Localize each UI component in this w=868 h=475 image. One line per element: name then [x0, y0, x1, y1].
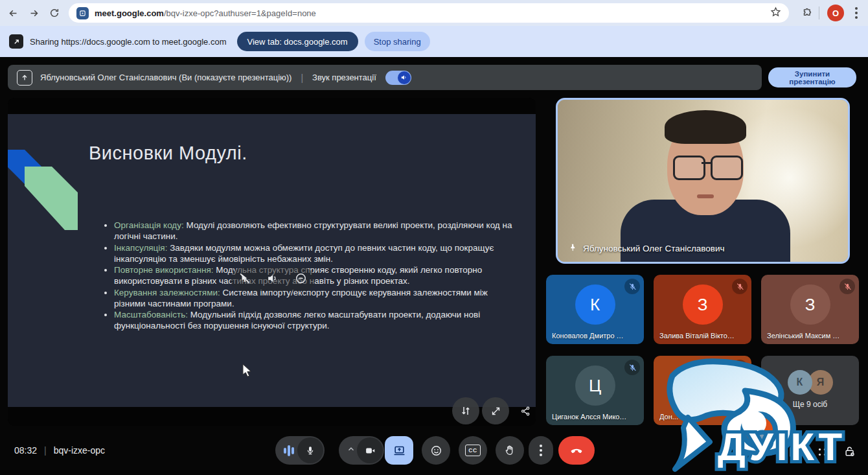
swap-presentation-icon[interactable] [452, 397, 479, 424]
pointer-off-icon[interactable] [238, 272, 251, 287]
mic-off-icon [732, 360, 748, 375]
url-domain: meet.google.com [95, 8, 164, 18]
participant-name: Залива Віталій Вікторо... [659, 332, 735, 340]
presenting-icon [17, 70, 32, 86]
microphone-button[interactable] [275, 436, 325, 465]
mic-icon [297, 437, 323, 463]
meet-bottom-bar: 08:32 | bqv-izxe-opc [0, 431, 868, 475]
header-divider: | [301, 73, 303, 83]
sharing-message: Sharing https://docs.google.com to meet.… [30, 37, 227, 47]
google-meet-window: meet.google.com/bqv-izxe-opc?authuser=1&… [0, 0, 868, 475]
meeting-code: bqv-izxe-opc [54, 445, 105, 456]
present-screen-button[interactable] [385, 436, 413, 465]
participant-name: Коновалов Дмитро Ол... [552, 332, 627, 340]
presenter-hair [665, 110, 746, 144]
mouse-cursor [242, 364, 252, 380]
presentation-audio-toggle[interactable] [385, 71, 411, 85]
mic-off-icon [624, 360, 640, 375]
pin-icon [568, 243, 577, 254]
avatar: Ц [575, 365, 615, 406]
profile-avatar[interactable]: О [827, 5, 844, 21]
avatar: К [575, 284, 615, 325]
url-path: /bqv-izxe-opc?authuser=1&pageId=none [164, 8, 316, 18]
tab-sharing-icon [76, 7, 89, 19]
glasses-right-lens [711, 156, 743, 180]
meet-stage: Яблуновський Олег Станіславович (Ви (пок… [0, 57, 868, 475]
fullscreen-icon[interactable] [482, 397, 509, 424]
slide-bullet: Масштабованість: Модульний підхід дозвол… [114, 309, 521, 331]
slide-bullet: Організація коду: Модулі дозволяють ефек… [114, 220, 521, 242]
raise-hand-button[interactable] [496, 436, 524, 465]
spotlight-video-tile[interactable]: Яблуновський Олег Станіславович [556, 98, 850, 264]
screen-share-icon [9, 34, 23, 49]
presentation-hover-controls [231, 268, 315, 291]
participant-tile[interactable]: Дон... [654, 356, 751, 425]
more-participants-tile[interactable]: К Я Ще 9 осіб [761, 356, 859, 425]
participant-tile[interactable]: К Коновалов Дмитро Ол... [546, 275, 644, 344]
tab-sharing-infobar: Sharing https://docs.google.com to meet.… [0, 26, 868, 57]
mic-off-icon [839, 279, 855, 294]
activities-icon[interactable] [813, 443, 831, 461]
clock-time: 08:32 [14, 445, 37, 456]
audio-activity-icon [284, 444, 294, 457]
captions-icon: CC [465, 445, 481, 456]
presentation-header: Яблуновський Олег Станіславович (Ви (пок… [8, 65, 762, 90]
shared-presentation[interactable]: Висновки Модулі. Організація коду: Модул… [8, 98, 536, 426]
meeting-details-icon[interactable] [729, 443, 748, 461]
browser-toolbar: meet.google.com/bqv-izxe-opc?authuser=1&… [0, 0, 868, 26]
back-icon[interactable] [4, 4, 22, 22]
participant-tile[interactable]: З Залива Віталій Вікторо... [654, 275, 751, 344]
slide-bullet: Інкапсуляція: Завдяки модулям можна обме… [114, 242, 521, 264]
camera-icon [357, 437, 383, 463]
presentation-audio-label: Звук презентації [312, 73, 376, 82]
more-options-button[interactable] [529, 436, 553, 465]
presenter-info-label: Яблуновський Олег Станіславович (Ви (пок… [40, 73, 291, 82]
toolbar-divider [819, 6, 819, 19]
stop-sharing-button[interactable]: Stop sharing [365, 32, 430, 51]
stop-presenting-button[interactable]: Зупинити презентацію [768, 67, 856, 87]
spotlight-name: Яблуновський Олег Станіславович [583, 244, 725, 253]
mic-off-icon [624, 279, 640, 294]
glasses-left-lens [673, 156, 705, 180]
spotlight-name-bar: Яблуновський Олег Станіславович [568, 243, 725, 254]
participant-name: Дон... [659, 413, 735, 421]
participant-tile[interactable]: Ц Циганок Алєся Микол... [546, 356, 644, 425]
extensions-icon[interactable] [798, 4, 816, 22]
speaker-icon [398, 71, 411, 84]
participant-tile[interactable]: З Зелінський Максим Се... [761, 275, 859, 344]
chat-icon[interactable] [785, 443, 803, 461]
participant-name: Зелінський Максим Се... [767, 332, 842, 340]
reactions-button[interactable] [422, 436, 450, 465]
view-tab-button[interactable]: View tab: docs.google.com [237, 32, 358, 51]
more-participants-label: Ще 9 осіб [761, 400, 859, 409]
avatar: К [788, 370, 812, 395]
avatar [683, 365, 723, 406]
slide-bullet: Керування залежностями: Система імпорту/… [114, 287, 521, 309]
share-icon[interactable] [512, 397, 536, 424]
avatar: З [683, 284, 723, 325]
address-bar[interactable]: meet.google.com/bqv-izxe-opc?authuser=1&… [69, 3, 789, 23]
mic-off-icon [732, 279, 748, 294]
participant-name: Циганок Алєся Микол... [552, 413, 627, 421]
slide-title: Висновки Модулі. [89, 143, 247, 164]
end-call-button[interactable] [558, 436, 595, 465]
presentation-volume-icon[interactable] [266, 272, 279, 287]
reload-icon[interactable] [45, 4, 63, 22]
zoom-out-icon[interactable] [295, 272, 307, 287]
chevron-up-icon[interactable] [347, 445, 356, 456]
forward-icon[interactable] [25, 4, 43, 22]
avatar: З [790, 284, 830, 325]
slide-bullet: Повторне використання: Модульна структур… [114, 264, 521, 286]
host-controls-lock-icon[interactable] [841, 443, 859, 461]
bookmark-star-icon[interactable] [770, 6, 781, 20]
browser-menu-icon[interactable] [847, 4, 865, 22]
captions-button[interactable]: CC [459, 436, 487, 465]
camera-button[interactable] [339, 436, 384, 465]
people-icon[interactable] [757, 443, 775, 461]
slide: Висновки Модулі. Організація коду: Модул… [8, 114, 536, 407]
